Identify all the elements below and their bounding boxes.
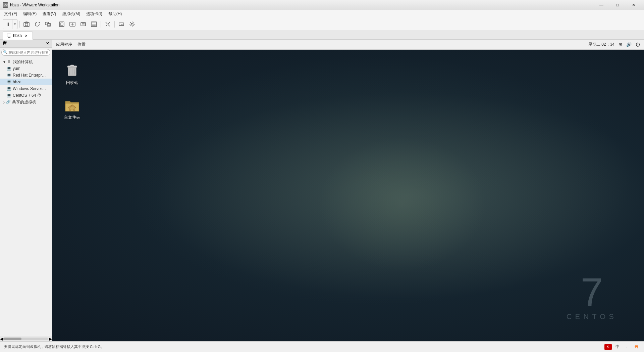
sidebar-label-yum: yum	[13, 66, 20, 71]
svg-rect-17	[8, 37, 10, 38]
centos-watermark: 7 CENTOS	[567, 272, 617, 321]
vm-icon-winserver: 💻	[7, 86, 11, 91]
menu-edit[interactable]: 编辑(E)	[20, 10, 39, 17]
recycle-bin-image	[64, 62, 80, 78]
sidebar: 库 ✕ 🔍 ▼ 🖥 我的计算机 💻 yum 💻 Red	[0, 40, 52, 341]
recycle-bin-icon[interactable]: 回收站	[59, 62, 86, 86]
send-ctrlaltdel-button[interactable]: CAD	[117, 19, 126, 29]
sidebar-item-centos[interactable]: 💻 CentOS 7 64 位	[0, 92, 52, 99]
dot-label: ·	[626, 345, 627, 349]
svg-rect-16	[7, 34, 11, 37]
svg-text:VM: VM	[4, 4, 8, 7]
language-icon[interactable]: 中	[614, 343, 621, 351]
sidebar-close-button[interactable]: ✕	[46, 41, 49, 46]
desktop-glow2	[52, 50, 644, 341]
home-folder-icon[interactable]: 主文件夹	[59, 96, 86, 121]
sidebar-label-redhat: Red Hat Enterprise Li...	[13, 73, 46, 78]
sidebar-label-centos: CentOS 7 64 位	[13, 93, 41, 98]
vm-apps-menu[interactable]: 应用程序	[56, 42, 72, 47]
vm-toolbar-left: 应用程序 位置	[56, 42, 86, 47]
fit-window-button[interactable]	[68, 19, 77, 29]
svg-point-15	[131, 23, 133, 25]
separator-1	[19, 21, 20, 28]
menu-file[interactable]: 文件(F)	[1, 10, 20, 17]
sougou-pinyin-icon[interactable]: S	[604, 344, 612, 350]
sidebar-item-hbza[interactable]: 💻 hbza	[0, 79, 52, 85]
vm-location-menu[interactable]: 位置	[77, 42, 86, 47]
status-bar: 要将鼠标定向到虚拟机，请将鼠标指针移入其中或按 Ctrl+G。 S 中 · 云	[0, 341, 644, 352]
status-hint-text: 要将鼠标定向到虚拟机，请将鼠标指针移入其中或按 Ctrl+G。	[4, 344, 104, 349]
revert-button[interactable]	[33, 19, 42, 29]
title-bar-controls: — □ ✕	[594, 2, 641, 8]
svg-rect-20	[70, 65, 74, 66]
scroll-right-button[interactable]: ▶	[49, 337, 52, 341]
tab-hbza[interactable]: hbza ✕	[3, 32, 33, 40]
vmware-icon: VM	[3, 2, 8, 8]
sidebar-scrollbar-container: ◀ ▶	[0, 336, 52, 341]
vm-settings-button[interactable]	[127, 19, 137, 29]
computer-icon: 🖥	[7, 59, 11, 64]
svg-rect-8	[59, 22, 64, 27]
sidebar-search-wrapper: 🔍	[1, 49, 50, 56]
stretch-button[interactable]	[89, 19, 99, 29]
sidebar-tree: ▼ 🖥 我的计算机 💻 yum 💻 Red Hat Enterprise Li.…	[0, 57, 52, 336]
snapshot-button[interactable]	[22, 19, 31, 29]
menu-bar: 文件(F) 编辑(E) 查看(V) 虚拟机(M) 选项卡(I) 帮助(H)	[0, 10, 644, 18]
close-button[interactable]: ✕	[626, 2, 641, 8]
sidebar-search-area: 🔍	[0, 48, 52, 57]
pause-dropdown-button[interactable]: ▾	[12, 19, 17, 29]
main-layout: 库 ✕ 🔍 ▼ 🖥 我的计算机 💻 yum 💻 Red	[0, 40, 644, 341]
sidebar-item-sharedvm[interactable]: ▷ 🔗 共享的虚拟机	[0, 99, 52, 105]
svg-text:CAD: CAD	[120, 24, 124, 26]
menu-vm[interactable]: 虚拟机(M)	[59, 10, 83, 17]
scroll-left-button[interactable]: ◀	[0, 337, 3, 341]
unity-button[interactable]	[103, 19, 112, 29]
sidebar-item-mycomputer[interactable]: ▼ 🖥 我的计算机	[0, 58, 52, 65]
power-status-icon: ⏻	[636, 42, 640, 47]
h-scrollbar-track[interactable]	[3, 338, 48, 340]
sidebar-header: 库 ✕	[0, 40, 52, 48]
sidebar-item-yum[interactable]: 💻 yum	[0, 65, 52, 72]
separator-3	[101, 21, 101, 28]
title-bar-text: hbza - VMware Workstation	[10, 3, 59, 7]
h-scrollbar-thumb[interactable]	[3, 338, 21, 340]
fit-guest-button[interactable]	[78, 19, 88, 29]
vm-area: 应用程序 位置 星期二 02：34 ⊞ 🔊 ⏻	[52, 40, 644, 341]
separator-2	[55, 21, 55, 28]
tab-hbza-label: hbza	[13, 33, 22, 38]
maximize-button[interactable]: □	[610, 2, 625, 8]
shared-icon: 🔗	[6, 100, 11, 104]
sidebar-title: 库	[3, 41, 7, 46]
vm-tab-icon	[7, 34, 11, 38]
system-tray: S 中 · 云	[604, 343, 640, 351]
home-folder-label: 主文件夹	[59, 114, 86, 121]
menu-help[interactable]: 帮助(H)	[106, 10, 125, 17]
svg-point-3	[25, 23, 28, 26]
vm-screen[interactable]: 回收站	[52, 50, 644, 341]
sidebar-search-input[interactable]	[1, 49, 50, 56]
pause-button[interactable]: ⏸	[3, 19, 12, 29]
sidebar-item-winserver[interactable]: 💻 Windows Server 2008l	[0, 85, 52, 92]
vm-icon-centos: 💻	[7, 93, 11, 98]
vm-icon-yum: 💻	[7, 66, 11, 71]
minimize-button[interactable]: —	[594, 2, 609, 8]
status-bar-right: S 中 · 云	[604, 343, 640, 351]
separator-4	[114, 21, 115, 28]
sougou-label: S	[607, 345, 609, 349]
tab-close-button[interactable]: ✕	[24, 33, 29, 38]
yiyuncloud-icon[interactable]: 云	[633, 343, 640, 351]
svg-rect-9	[60, 23, 63, 26]
centos-version-number: 7	[567, 272, 617, 312]
recycle-bin-label: 回收站	[59, 79, 86, 86]
centos-brand-text: CENTOS	[567, 312, 617, 321]
tab-bar: hbza ✕	[0, 30, 644, 40]
fullscreen-button[interactable]	[57, 19, 66, 29]
sidebar-label-mycomputer: 我的计算机	[13, 59, 33, 65]
menu-view[interactable]: 查看(V)	[40, 10, 59, 17]
sidebar-label-shared: 共享的虚拟机	[12, 99, 36, 105]
menu-tab[interactable]: 选项卡(I)	[84, 10, 105, 17]
sidebar-item-redhat[interactable]: 💻 Red Hat Enterprise Li...	[0, 72, 52, 79]
snapshot-manager-button[interactable]	[43, 19, 53, 29]
sidebar-label-winserver: Windows Server 2008l	[13, 86, 46, 91]
vm-icon-redhat: 💻	[7, 73, 11, 78]
